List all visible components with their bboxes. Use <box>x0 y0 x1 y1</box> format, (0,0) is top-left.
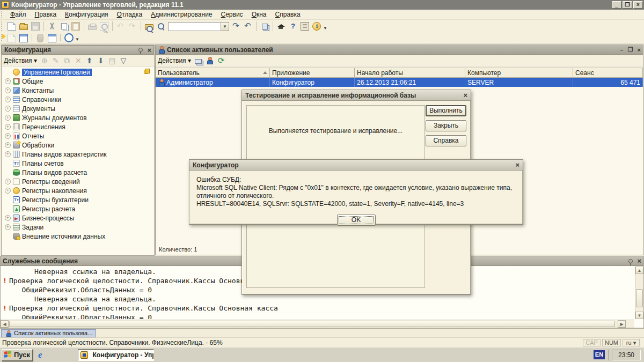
expander-icon[interactable]: + <box>5 188 11 194</box>
error-dialog-title-bar[interactable]: Конфигуратор × <box>189 160 523 171</box>
taskbar-task-button[interactable]: Конфигуратор - Упр... <box>78 349 154 361</box>
scrollbar-thumb[interactable] <box>636 289 643 307</box>
menu-windows[interactable]: Окна <box>247 10 271 19</box>
pin-icon[interactable] <box>628 259 633 263</box>
menu-service[interactable]: Сервис <box>217 10 247 19</box>
tree-item-documents[interactable]: +Документы <box>2 104 154 113</box>
scroll-up-icon[interactable]: ▲ <box>635 267 643 274</box>
tree-item-accounting-registers[interactable]: Регистры бухгалтерии <box>2 195 154 204</box>
copy-button[interactable] <box>58 21 70 32</box>
menu-edit[interactable]: Правка <box>31 10 61 19</box>
internet-explorer-icon[interactable]: e <box>38 350 42 360</box>
configuration-panel-header[interactable]: Конфигурация × <box>2 45 154 55</box>
scroll-down-icon[interactable]: ▼ <box>635 312 643 319</box>
active-users-title-bar[interactable]: Список активных пользователей – ❐ × <box>156 45 643 55</box>
save-button[interactable] <box>30 21 41 32</box>
menu-file[interactable]: Файл <box>6 10 31 19</box>
cut-button[interactable] <box>46 21 58 32</box>
mdi-close-icon[interactable]: × <box>638 47 641 53</box>
restore-button[interactable]: ❐ <box>623 1 632 9</box>
close-icon[interactable]: × <box>147 47 151 54</box>
about-button[interactable] <box>311 21 323 32</box>
delete-button[interactable]: ✕ <box>74 56 83 65</box>
update-db-config-button[interactable] <box>6 33 18 43</box>
expander-icon[interactable]: + <box>5 224 11 230</box>
close-icon[interactable]: × <box>637 257 641 264</box>
print-preview-button[interactable] <box>98 21 110 32</box>
start-button[interactable]: Пуск <box>2 349 33 361</box>
column-user[interactable]: Пользователь <box>156 68 270 77</box>
expander-icon[interactable]: + <box>5 142 11 148</box>
tray-language-indicator[interactable]: EN <box>594 350 605 359</box>
user-properties-button[interactable] <box>205 56 215 65</box>
message-button[interactable] <box>194 56 203 65</box>
tree-root-row[interactable]: УправлениеТорговлей <box>2 68 154 77</box>
close-icon[interactable]: × <box>515 161 519 168</box>
find-next-button[interactable] <box>230 21 242 32</box>
context-help-button[interactable] <box>287 21 299 32</box>
open-button[interactable] <box>18 21 30 32</box>
windows-list-button[interactable] <box>259 21 270 32</box>
tree-item-business-processes[interactable]: +Бизнес-процессы <box>2 213 154 223</box>
expander-icon[interactable]: + <box>5 124 11 130</box>
global-search-button[interactable] <box>143 21 155 32</box>
syntax-helper-button[interactable] <box>275 21 287 32</box>
tree-item-information-registers[interactable]: +Регистры сведений <box>2 177 154 186</box>
tree-item-constants[interactable]: +Константы <box>2 86 154 95</box>
tree-item-calculation-registers[interactable]: Регистры расчета <box>2 204 154 213</box>
toolbar-overflow-arrow[interactable]: ▼ <box>323 26 327 31</box>
refresh-button[interactable]: ⟳ <box>216 56 226 65</box>
tree-item-dataprocessors[interactable]: +Обработки <box>2 141 154 150</box>
move-down-button[interactable]: ⬇ <box>96 56 106 65</box>
chevron-down-icon[interactable]: ▼ <box>221 23 229 31</box>
tree-item-chart-of-accounts[interactable]: Планы счетов <box>2 159 154 168</box>
close-icon[interactable]: × <box>463 92 467 99</box>
new-document-button[interactable] <box>6 21 18 32</box>
expander-icon[interactable]: + <box>5 115 11 121</box>
find-button[interactable] <box>155 21 167 32</box>
test-repair-title-bar[interactable]: Тестирование и исправление информационно… <box>242 90 471 101</box>
tree-item-chart-of-characteristic-types[interactable]: +Планы видов характеристик <box>2 150 154 159</box>
edit-button[interactable]: ✎ <box>51 56 61 65</box>
expander-icon[interactable]: + <box>5 78 11 84</box>
message-line[interactable]: Неверная ссылка на владельца. <box>1 294 634 304</box>
column-application[interactable]: Приложение <box>270 68 355 77</box>
paste-button[interactable] <box>70 21 82 32</box>
help-button[interactable]: Справка <box>426 135 466 146</box>
tree-item-external-data-sources[interactable]: Внешние источники данных <box>2 232 154 241</box>
clone-button[interactable]: ⧉ <box>62 56 72 65</box>
user-row-selected[interactable]: Администратор Конфигуратор 26.12.2013 21… <box>156 78 643 87</box>
actions-menu-button[interactable]: Действия ▾ <box>158 57 191 64</box>
table-view-button[interactable] <box>46 33 58 43</box>
find-prev-button[interactable] <box>242 21 254 32</box>
expander-icon[interactable]: + <box>5 106 11 112</box>
tree-item-tasks[interactable]: +Задачи <box>2 223 154 232</box>
run-button[interactable]: Выполнить <box>426 105 466 116</box>
menu-configuration[interactable]: Конфигурация <box>61 10 113 19</box>
toolbar-grip[interactable] <box>1 11 4 18</box>
database-button[interactable] <box>34 33 46 43</box>
column-start-time[interactable]: Начало работы <box>355 68 465 77</box>
toolbar-grip[interactable] <box>1 21 4 31</box>
message-line[interactable]: ОбщийРеквизит.ОбластьДанных = 0 <box>1 313 634 319</box>
help-contents-button[interactable] <box>299 21 311 32</box>
filter-button[interactable]: ▽ <box>119 56 128 65</box>
move-up-button[interactable]: ⬆ <box>85 56 94 65</box>
menu-administration[interactable]: Администрирование <box>147 10 216 19</box>
mdi-restore-icon[interactable]: ❐ <box>628 46 633 53</box>
tree-item-reports[interactable]: +Отчеты <box>2 131 154 141</box>
expander-icon[interactable]: + <box>5 87 11 93</box>
redo-button[interactable] <box>127 21 138 32</box>
ok-button[interactable]: OK <box>337 215 376 226</box>
expander-icon[interactable]: + <box>5 151 11 157</box>
scrollbar-thumb[interactable] <box>9 321 615 327</box>
expander-icon[interactable]: + <box>5 179 11 184</box>
scroll-right-icon[interactable]: ▶ <box>618 320 626 328</box>
close-button[interactable]: × <box>633 1 643 9</box>
tab-active-users[interactable]: Список активных пользова... <box>1 329 96 337</box>
print-button[interactable] <box>86 21 98 32</box>
language-indicator[interactable]: ru ▾ <box>623 339 640 346</box>
undo-button[interactable] <box>115 21 127 32</box>
tree-item-common[interactable]: +Общие <box>2 77 154 86</box>
tree-item-enums[interactable]: +Перечисления <box>2 122 154 131</box>
